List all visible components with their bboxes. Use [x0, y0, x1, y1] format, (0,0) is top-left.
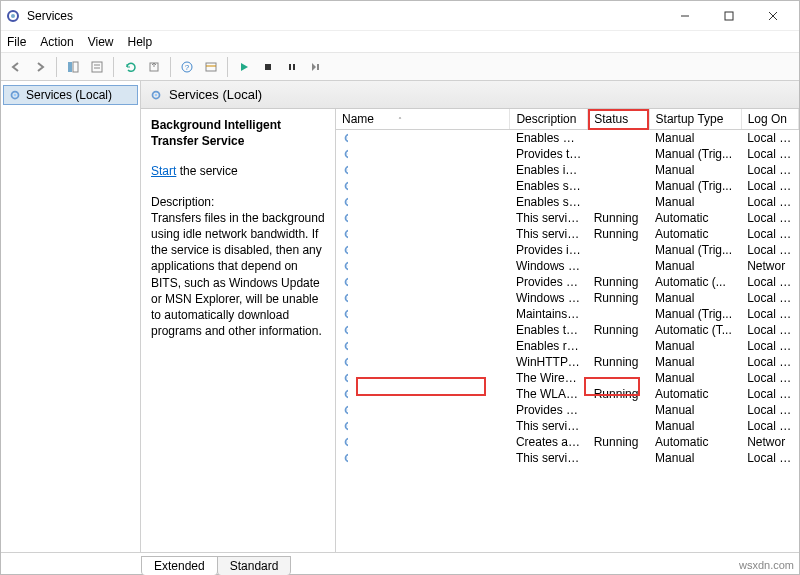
tree-root-services[interactable]: Services (Local)	[3, 85, 138, 105]
cell-name: Work Folders	[336, 418, 348, 434]
tab-extended[interactable]: Extended	[141, 556, 218, 575]
service-icon	[342, 195, 348, 209]
cell-description: Windows Se...	[510, 290, 588, 306]
help-button[interactable]: ?	[176, 56, 198, 78]
description-label: Description:	[151, 194, 325, 210]
col-description[interactable]: Description	[510, 109, 588, 130]
service-icon	[342, 147, 348, 161]
cell-logon: Networ	[741, 258, 798, 274]
restart-service-button[interactable]	[305, 56, 327, 78]
cell-description: This service ...	[510, 226, 588, 242]
cell-startup: Manual	[649, 258, 741, 274]
col-startup[interactable]: Startup Type	[649, 109, 741, 130]
export-button[interactable]	[143, 56, 165, 78]
cell-logon: Networ	[741, 434, 798, 450]
start-service-button[interactable]	[233, 56, 255, 78]
table-row[interactable]: Windows Update Medic Ser...Enables rem..…	[336, 338, 799, 354]
cell-logon: Local Se	[741, 418, 798, 434]
services-list[interactable]: Name˄ Description Status Startup Type Lo…	[336, 109, 799, 552]
svg-point-44	[346, 295, 349, 302]
cell-status	[588, 178, 649, 194]
table-row[interactable]: Windows UpdateEnables the ...RunningAuto…	[336, 322, 799, 338]
table-row[interactable]: Windows Push Notification...This service…	[336, 210, 799, 226]
stop-service-button[interactable]	[257, 56, 279, 78]
menu-file[interactable]: File	[7, 35, 26, 49]
cell-description: This service ...	[510, 450, 588, 466]
body: Services (Local) Services (Local) Backgr…	[1, 81, 799, 552]
cell-logon: Local Sy	[741, 162, 798, 178]
svg-point-38	[346, 247, 349, 254]
pause-service-button[interactable]	[281, 56, 303, 78]
forward-button[interactable]	[29, 56, 51, 78]
service-icon	[342, 179, 348, 193]
cell-name: Windows Push Notification...	[336, 210, 348, 226]
properties-button[interactable]	[86, 56, 108, 78]
cell-startup: Manual	[649, 418, 741, 434]
cell-startup: Automatic	[649, 386, 741, 402]
col-name[interactable]: Name˄	[336, 109, 510, 130]
svg-point-60	[346, 423, 349, 430]
table-row[interactable]: WinHTTP Web Proxy Auto-...WinHTTP i...Ru…	[336, 354, 799, 370]
cell-status	[588, 402, 649, 418]
cell-status: Running	[588, 274, 649, 290]
table-row[interactable]: Windows Perception ServiceEnables spa...…	[336, 178, 799, 194]
cell-startup: Automatic	[649, 226, 741, 242]
close-button[interactable]	[751, 2, 795, 30]
start-service-link[interactable]: Start	[151, 164, 176, 178]
cell-startup: Automatic (T...	[649, 322, 741, 338]
service-icon	[342, 419, 348, 433]
cell-startup: Automatic	[649, 434, 741, 450]
cell-name: WWAN AutoConfig	[336, 450, 348, 466]
table-row[interactable]: Work FoldersThis service ...ManualLocal …	[336, 418, 799, 434]
table-row[interactable]: Wired AutoConfigThe Wired A...ManualLoca…	[336, 370, 799, 386]
cell-status	[588, 338, 649, 354]
table-row[interactable]: Windows Modules InstallerEnables inst...…	[336, 162, 799, 178]
menu-action[interactable]: Action	[40, 35, 73, 49]
cell-name: Wired AutoConfig	[336, 370, 348, 386]
table-row[interactable]: Windows PushToInstall Serv...Provides in…	[336, 242, 799, 258]
cell-logon: Local Sy	[741, 338, 798, 354]
svg-point-56	[346, 391, 349, 398]
table-row[interactable]: Windows Remote Manage...Windows R...Manu…	[336, 258, 799, 274]
maximize-button[interactable]	[707, 2, 751, 30]
col-logon[interactable]: Log On	[741, 109, 798, 130]
show-hide-tree-button[interactable]	[62, 56, 84, 78]
cell-status: Running	[588, 226, 649, 242]
cell-logon: Local Sy	[741, 226, 798, 242]
table-row[interactable]: Windows Perception Simul...Enables spa..…	[336, 194, 799, 210]
table-row[interactable]: Windows Mixed Reality Op...Enables Mix..…	[336, 130, 799, 147]
minimize-button[interactable]	[663, 2, 707, 30]
col-status[interactable]: Status	[588, 109, 649, 130]
cell-startup: Manual	[649, 162, 741, 178]
refresh-button[interactable]	[119, 56, 141, 78]
svg-rect-7	[73, 62, 78, 72]
table-row[interactable]: WorkstationCreates and ...RunningAutomat…	[336, 434, 799, 450]
menu-help[interactable]: Help	[128, 35, 153, 49]
cell-startup: Manual	[649, 370, 741, 386]
table-row[interactable]: Windows Mobile Hotspot S...Provides th..…	[336, 146, 799, 162]
description-text: Transfers files in the background using …	[151, 211, 325, 338]
table-row[interactable]: Windows Push Notification...This service…	[336, 226, 799, 242]
service-icon	[342, 403, 348, 417]
table-row[interactable]: Windows SearchProvides co...RunningAutom…	[336, 274, 799, 290]
menu-view[interactable]: View	[88, 35, 114, 49]
table-row[interactable]: Windows TimeMaintains d...Manual (Trig..…	[336, 306, 799, 322]
cell-logon: Local Sy	[741, 130, 798, 147]
tab-standard[interactable]: Standard	[217, 556, 292, 575]
svg-point-36	[346, 231, 349, 238]
cell-logon: Local Sy	[741, 450, 798, 466]
back-button[interactable]	[5, 56, 27, 78]
cell-logon: Local Sy	[741, 354, 798, 370]
cell-logon: Local Sy	[741, 290, 798, 306]
details-button[interactable]	[200, 56, 222, 78]
table-row[interactable]: Windows Security ServiceWindows Se...Run…	[336, 290, 799, 306]
table-row[interactable]: WLAN AutoConfigThe WLANS...RunningAutoma…	[336, 386, 799, 402]
table-row[interactable]: WMI Performance AdapterProvides pe...Man…	[336, 402, 799, 418]
svg-point-50	[346, 343, 349, 350]
cell-logon: Local Sy	[741, 194, 798, 210]
cell-name: Windows Perception Simul...	[336, 194, 348, 210]
svg-point-52	[346, 359, 349, 366]
cell-startup: Automatic (...	[649, 274, 741, 290]
table-row[interactable]: WWAN AutoConfigThis service ...ManualLoc…	[336, 450, 799, 466]
service-icon	[342, 451, 348, 465]
